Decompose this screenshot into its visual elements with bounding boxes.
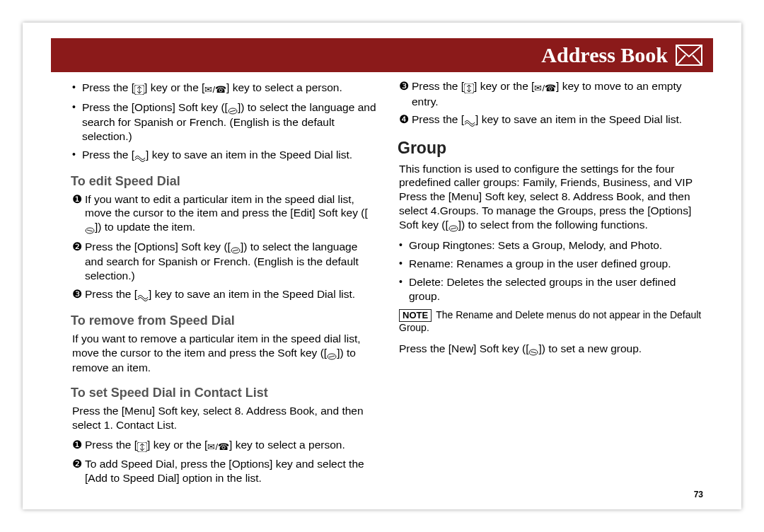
step-number: ❸	[72, 287, 85, 301]
softkey-icon	[85, 224, 95, 236]
wave-icon	[464, 116, 475, 128]
softkey-icon	[327, 349, 337, 362]
softkey-icon	[528, 345, 538, 357]
step-item: ❶ Press the [] key or the [✉/☎] key to s…	[72, 438, 376, 453]
step-text: Press the [] key or the [✉/☎] key to sel…	[85, 438, 376, 453]
envelope-icon	[675, 42, 703, 68]
softkey-icon	[231, 243, 241, 255]
step-text: Press the [] key to save an item in the …	[85, 287, 376, 303]
header-banner: Address Book	[51, 38, 713, 72]
bullet-text: Press the [Options] Soft key ([]) to sel…	[82, 100, 376, 144]
bullet-dot: •	[399, 275, 409, 288]
step-text: Press the [] key or the [✉/☎] key to mov…	[412, 79, 703, 108]
step-item: ❸ Press the [] key to save an item in th…	[72, 287, 376, 303]
subheading-set-speed-dial: To set Speed Dial in Contact List	[71, 385, 376, 401]
bullet-item: • Delete: Deletes the selected groups in…	[399, 275, 703, 303]
msgphone-icon: ✉/☎	[534, 83, 556, 95]
updown-icon	[137, 441, 147, 453]
step-number: ❶	[72, 438, 85, 452]
step-number: ❶	[72, 192, 85, 207]
bullet-text: Press the [] key to save an item in the …	[82, 148, 376, 163]
bullet-dot: •	[72, 148, 82, 161]
softkey-icon	[228, 104, 238, 116]
paragraph: If you want to remove a particular item …	[72, 332, 376, 375]
msgphone-icon: ✉/☎	[207, 441, 229, 453]
bullet-text: Press the [] key or the [✉/☎] key to sel…	[82, 81, 376, 96]
softkey-icon	[448, 221, 458, 233]
updown-icon	[134, 84, 144, 96]
step-item: ❶ If you want to edit a particular item …	[72, 192, 376, 236]
bullet-dot: •	[72, 81, 82, 93]
bullet-item: • Press the [] key or the [✉/☎] key to s…	[72, 81, 376, 96]
bullet-item: • Group Ringtones: Sets a Group, Melody,…	[399, 238, 703, 253]
note-text: The Rename and Delete menus do not appea…	[399, 309, 701, 334]
bullet-item: • Press the [Options] Soft key ([]) to s…	[72, 100, 376, 144]
section-heading-group: Group	[398, 138, 703, 158]
step-item: ❹ Press the [] key to save an item in th…	[399, 112, 703, 128]
manual-page: Address Book • Press the [] key or the […	[23, 23, 741, 509]
updown-icon	[464, 83, 474, 95]
paragraph: Press the [Menu] Soft key, select 8. Add…	[72, 404, 376, 432]
page-number: 73	[694, 490, 703, 499]
note-box: NOTEThe Rename and Delete menus do not a…	[399, 309, 703, 335]
bullet-text: Rename: Renames a group in the user defi…	[409, 257, 703, 271]
msgphone-icon: ✉/☎	[204, 84, 226, 96]
subheading-edit-speed-dial: To edit Speed Dial	[71, 173, 376, 190]
bullet-text: Group Ringtones: Sets a Group, Melody, a…	[409, 238, 703, 253]
paragraph: Press the [New] Soft key ([]) to set a n…	[399, 342, 703, 357]
bullet-dot: •	[399, 257, 409, 270]
step-number: ❸	[399, 79, 412, 93]
subheading-remove-speed-dial: To remove from Speed Dial	[71, 313, 376, 329]
bullet-dot: •	[72, 100, 82, 113]
step-number: ❹	[399, 112, 412, 127]
page-content: • Press the [] key or the [✉/☎] key to s…	[71, 79, 703, 491]
step-item: ❷ To add Speed Dial, press the [Options]…	[72, 457, 376, 485]
bullet-text: Delete: Deletes the selected groups in t…	[409, 275, 703, 303]
step-text: Press the [] key to save an item in the …	[412, 112, 703, 128]
step-item: ❸ Press the [] key or the [✉/☎] key to m…	[399, 79, 703, 108]
wave-icon	[134, 151, 146, 163]
step-text: Press the [Options] Soft key ([]) to sel…	[85, 240, 376, 283]
bullet-item: • Press the [] key to save an item in th…	[72, 148, 376, 163]
step-text: If you want to edit a particular item in…	[85, 192, 376, 236]
step-text: To add Speed Dial, press the [Options] k…	[85, 457, 376, 485]
wave-icon	[137, 291, 149, 303]
bullet-dot: •	[399, 238, 409, 251]
paragraph: This function is used to configure the s…	[399, 162, 703, 233]
step-item: ❷ Press the [Options] Soft key ([]) to s…	[72, 240, 376, 283]
bullet-item: • Rename: Renames a group in the user de…	[399, 257, 703, 271]
step-number: ❷	[72, 457, 85, 471]
step-number: ❷	[72, 240, 85, 254]
note-label: NOTE	[399, 309, 432, 323]
page-title: Address Book	[541, 38, 668, 72]
